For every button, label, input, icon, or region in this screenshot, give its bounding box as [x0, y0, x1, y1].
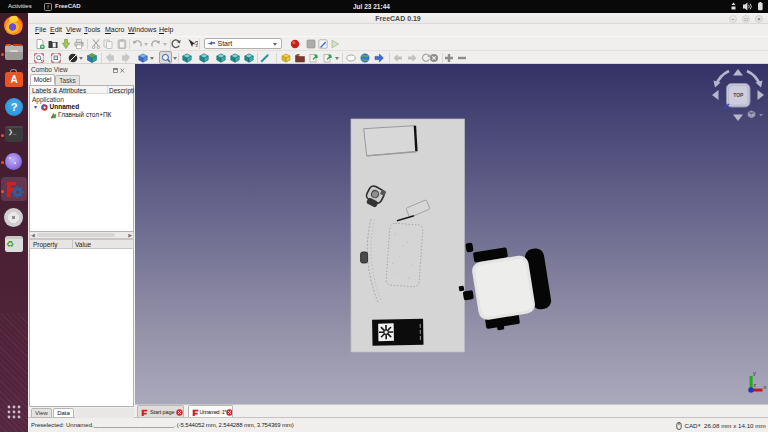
- svg-text:y: y: [753, 370, 756, 376]
- svg-text:TOP: TOP: [733, 92, 744, 98]
- svg-text:f: f: [47, 4, 49, 10]
- svg-text:?: ?: [194, 39, 198, 49]
- svg-text:x: x: [764, 384, 767, 390]
- svg-text:z: z: [754, 382, 757, 388]
